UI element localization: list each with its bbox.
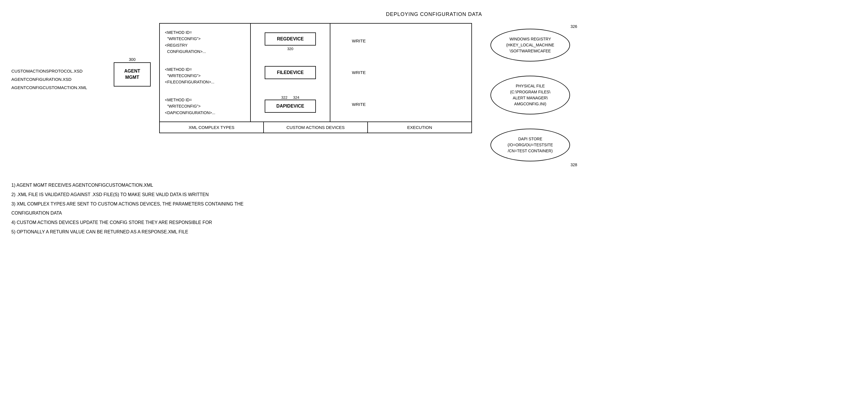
dapidevice-ref-322: 322	[281, 95, 287, 99]
dapidevice-unit: 322 324 DAPIDEVICE	[265, 94, 316, 113]
dapidevice-box: DAPIDEVICE	[265, 99, 316, 113]
col-xml: <METHOD ID= "WRITECONFIG"> <REGISTRY CON…	[160, 24, 251, 121]
input-file-2: AGENTCONFIGURATION.XSD	[11, 77, 108, 82]
xml-method-1: <METHOD ID= "WRITECONFIG"> <REGISTRY CON…	[165, 29, 245, 55]
xml-method-3: <METHOD ID= "WRITECONFIG"> <DAPICONFIGUR…	[165, 97, 245, 116]
agent-mgmt-box: AGENTMGMT	[114, 62, 151, 87]
input-file-1: CUSTOMACTIONSPROTOCOL.XSD	[11, 68, 108, 74]
input-file-3: AGENTCONFIGCUSTOMACTION.XML	[11, 85, 108, 90]
footer-col2: CUSTOM ACTIONS DEVICES	[264, 122, 368, 133]
page-title: DEPLOYING CONFIGURATION DATA	[11, 11, 857, 17]
footer-col1: XML COMPLEX TYPES	[160, 122, 264, 133]
diagram-footer: XML COMPLEX TYPES CUSTOM ACTIONS DEVICES…	[160, 121, 471, 133]
write-label-2: WRITE	[352, 70, 366, 75]
ellipse-ref-1: 326	[570, 24, 577, 29]
note-3: 3) XML COMPLEX TYPES ARE SENT TO CUSTOM …	[11, 200, 694, 208]
filedevice-box: FILEDEVICE	[265, 66, 316, 79]
input-files-section: CUSTOMACTIONSPROTOCOL.XSD AGENTCONFIGURA…	[11, 23, 114, 90]
ellipse-container-2: PHYSICAL FILE (C:\PROGRAM FILES\ ALERT M…	[480, 76, 580, 114]
write-label-1: WRITE	[352, 38, 366, 43]
page-container: DEPLOYING CONFIGURATION DATA CUSTOMACTIO…	[11, 11, 857, 236]
agent-mgmt-ref: 300	[129, 57, 135, 62]
agent-mgmt-container: 300 AGENTMGMT	[114, 23, 159, 87]
ellipse-ref-3: 328	[570, 163, 577, 167]
main-diagram: <METHOD ID= "WRITECONFIG"> <REGISTRY CON…	[159, 23, 472, 133]
col-execution: WRITE WRITE WRITE	[330, 24, 387, 121]
note-1: 1) AGENT MGMT RECEIVES AGENTCONFIGCUSTOM…	[11, 181, 694, 190]
col-devices: REGDEVICE 320 FILEDEVICE 322 324 DAPIDEV…	[251, 24, 330, 121]
ellipse-2: PHYSICAL FILE (C:\PROGRAM FILES\ ALERT M…	[490, 76, 570, 114]
diagram-area: CUSTOMACTIONSPROTOCOL.XSD AGENTCONFIGURA…	[11, 23, 857, 167]
note-2: 2) .XML FILE IS VALIDATED AGAINST .XSD F…	[11, 191, 694, 199]
ellipse-1: WINDOWS REGISTRY (HKEY_LOCAL_MACHINE \SO…	[490, 29, 570, 61]
ellipse-container-3: DAPI STORE (/O=ORG/OU=TESTSITE /CN=TEST …	[480, 128, 580, 167]
regdevice-unit: REGDEVICE 320	[265, 32, 316, 51]
regdevice-box: REGDEVICE	[265, 32, 316, 46]
filedevice-unit: FILEDEVICE	[265, 66, 316, 79]
note-4: 4) CUSTOM ACTIONS DEVICES UPDATE THE CON…	[11, 219, 694, 227]
diagram-rows: <METHOD ID= "WRITECONFIG"> <REGISTRY CON…	[160, 24, 471, 121]
write-label-3: WRITE	[352, 102, 366, 107]
right-ellipses: 326 WINDOWS REGISTRY (HKEY_LOCAL_MACHINE…	[472, 23, 580, 167]
ellipse-container-1: 326 WINDOWS REGISTRY (HKEY_LOCAL_MACHINE…	[480, 23, 580, 61]
notes-section: 1) AGENT MGMT RECEIVES AGENTCONFIGCUSTOM…	[11, 181, 694, 236]
footer-col3: EXECUTION	[368, 122, 471, 133]
note-5: 5) OPTIONALLY A RETURN VALUE CAN BE RETU…	[11, 228, 694, 236]
note-3-cont: CONFIGURATION DATA	[11, 209, 694, 218]
regdevice-ref: 320	[287, 47, 293, 51]
xml-method-2: <METHOD ID= "WRITECONFIG"> <FILECONFIGUR…	[165, 66, 245, 85]
device-ref-324: 324	[293, 95, 299, 99]
ellipse-3: DAPI STORE (/O=ORG/OU=TESTSITE /CN=TEST …	[490, 128, 570, 162]
